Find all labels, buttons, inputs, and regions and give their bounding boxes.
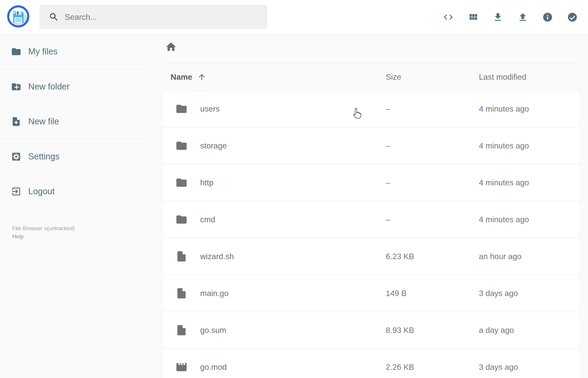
raw-code-view-button[interactable] [443, 12, 454, 23]
file-row-storage[interactable]: storage – 4 minutes ago [163, 128, 580, 164]
switch-view-button[interactable] [468, 12, 479, 23]
file-size-cell: 2.26 KB [386, 363, 479, 372]
movie-icon [175, 361, 188, 373]
sidebar-item-my-files[interactable]: My files [0, 34, 144, 69]
file-size-cell: – [386, 104, 479, 113]
folder-icon [11, 46, 21, 57]
file-name-cell: cmd [163, 213, 386, 226]
file-modified-cell: 4 minutes ago [479, 215, 580, 224]
code-icon [443, 12, 454, 23]
help-link[interactable]: Help [12, 232, 24, 241]
file-row-users[interactable]: users – 4 minutes ago [163, 91, 580, 128]
upload-icon [517, 12, 528, 23]
file-size-cell: – [386, 215, 479, 224]
file-browser-app: My files New folder New file [0, 0, 588, 378]
folder-icon [175, 213, 188, 226]
app-version-text: File Browser v(untracked) [12, 224, 74, 232]
logout-icon [11, 186, 21, 197]
file-name-cell: go.sum [163, 324, 386, 336]
folder-icon [175, 103, 188, 115]
file-name-label: go.sum [200, 326, 226, 335]
settings-gear-icon [11, 151, 21, 162]
sidebar-item-label: Settings [28, 152, 59, 162]
folder-icon [175, 140, 188, 152]
column-header-modified[interactable]: Last modified [479, 72, 580, 81]
file-name-label: main.go [200, 289, 229, 298]
sidebar-item-new-folder[interactable]: New folder [0, 69, 144, 104]
file-icon [175, 250, 188, 263]
breadcrumb-home-button[interactable] [165, 41, 177, 53]
download-button[interactable] [493, 12, 503, 23]
sort-ascending-arrow-icon [198, 73, 206, 81]
file-name-cell: http [163, 176, 386, 189]
file-name-cell: users [163, 103, 386, 115]
file-size-cell: – [386, 178, 479, 187]
file-plus-icon [11, 116, 21, 127]
file-name-label: cmd [200, 215, 215, 224]
file-size-cell: 8.93 KB [386, 326, 479, 335]
sidebar-item-new-file[interactable]: New file [0, 104, 144, 139]
upload-button[interactable] [517, 12, 528, 23]
file-modified-cell: an hour ago [479, 252, 580, 261]
file-name-cell: storage [163, 140, 386, 152]
file-name-cell: wizard.sh [163, 250, 386, 263]
select-multiple-button[interactable] [567, 12, 578, 23]
file-modified-cell: 4 minutes ago [479, 178, 580, 187]
file-row-http[interactable]: http – 4 minutes ago [163, 164, 580, 201]
column-header-name-label: Name [171, 72, 192, 81]
file-size-cell: – [386, 141, 479, 150]
file-row-go.sum[interactable]: go.sum 8.93 KB a day ago [163, 312, 580, 349]
home-icon [165, 41, 177, 53]
file-icon [175, 287, 188, 299]
file-name-label: go.mod [200, 363, 227, 372]
search-box [40, 5, 267, 29]
grid-view-icon [468, 12, 479, 23]
file-row-wizard.sh[interactable]: wizard.sh 6.23 KB an hour ago [163, 238, 580, 275]
file-modified-cell: 3 days ago [479, 289, 580, 298]
file-modified-cell: 4 minutes ago [479, 141, 580, 150]
file-name-label: storage [200, 141, 227, 150]
check-circle-icon [567, 12, 578, 23]
sidebar-item-settings[interactable]: Settings [0, 139, 144, 174]
floppy-disk-logo-icon [7, 5, 30, 28]
search-input[interactable] [40, 5, 267, 29]
file-modified-cell: 4 minutes ago [479, 104, 580, 113]
sidebar-item-label: Logout [28, 187, 55, 196]
info-button[interactable] [542, 12, 553, 23]
sidebar-item-label: My files [28, 47, 58, 56]
column-header-name[interactable]: Name [162, 72, 386, 81]
main-content: Name Size Last modified users – 4 minute… [144, 34, 588, 378]
file-modified-cell: 3 days ago [479, 363, 580, 372]
file-name-label: wizard.sh [200, 252, 234, 261]
sidebar-item-label: New file [28, 117, 59, 126]
file-size-cell: 149 B [386, 289, 479, 298]
sidebar-footer: File Browser v(untracked) Help [12, 224, 74, 241]
listing-header: Name Size Last modified [162, 63, 580, 90]
file-name-cell: main.go [163, 287, 386, 299]
file-row-main.go[interactable]: main.go 149 B 3 days ago [163, 275, 580, 312]
header-actions [443, 0, 578, 34]
file-icon [175, 324, 188, 336]
file-row-cmd[interactable]: cmd – 4 minutes ago [163, 201, 580, 238]
file-name-label: users [200, 104, 220, 113]
folder-plus-icon [11, 81, 21, 92]
file-modified-cell: a day ago [479, 326, 580, 335]
folder-icon [175, 176, 188, 189]
sidebar: My files New folder New file [0, 34, 144, 378]
column-header-size[interactable]: Size [386, 72, 479, 81]
file-name-cell: go.mod [163, 361, 386, 373]
download-icon [493, 12, 503, 23]
sidebar-item-label: New folder [28, 82, 70, 92]
file-row-go.mod[interactable]: go.mod 2.26 KB 3 days ago [163, 349, 580, 378]
info-icon [542, 12, 553, 23]
file-size-cell: 6.23 KB [386, 252, 479, 261]
sidebar-item-logout[interactable]: Logout [0, 174, 144, 209]
file-browser-logo[interactable] [7, 5, 30, 28]
top-bar [0, 0, 588, 34]
file-name-label: http [200, 178, 214, 187]
file-listing: users – 4 minutes ago storage – 4 minute… [162, 90, 580, 378]
